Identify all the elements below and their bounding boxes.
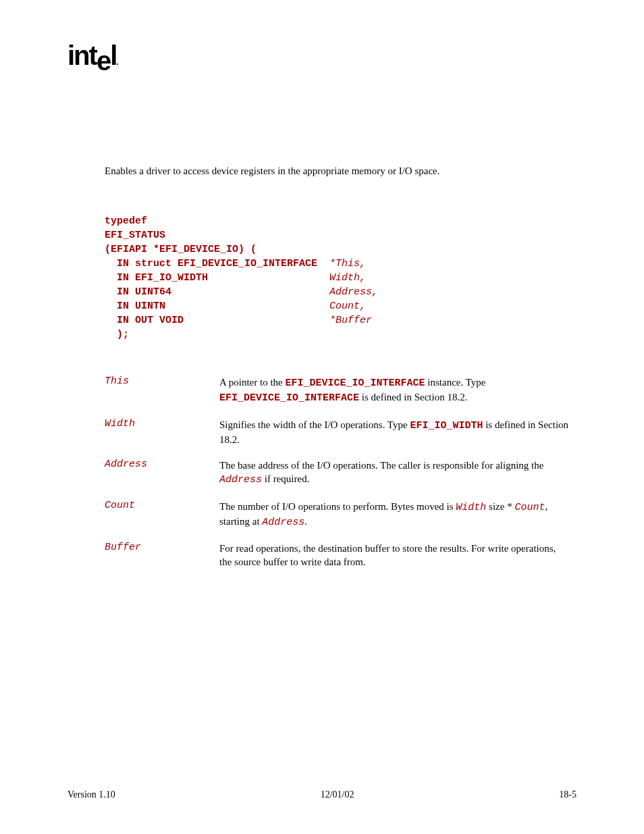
param-desc: The base address of the I/O operations. … <box>219 459 576 500</box>
desc-text: size * <box>486 501 514 512</box>
desc-text: The number of I/O operations to perform.… <box>219 501 456 512</box>
desc-code: Width <box>456 502 486 513</box>
code-type: IN UINTN <box>105 301 329 312</box>
param-name: This <box>105 375 219 418</box>
code-param: Width, <box>329 272 366 284</box>
desc-text: The base address of the I/O operations. … <box>219 460 543 471</box>
desc-text: is defined in Section 18.2. <box>359 392 467 402</box>
desc-code: Address <box>262 517 304 528</box>
desc-text: instance. Type <box>425 377 486 388</box>
code-line: (EFIAPI *EFI_DEVICE_IO) ( <box>105 244 257 255</box>
param-row-this: This A pointer to the EFI_DEVICE_IO_INTE… <box>105 375 576 418</box>
code-type: IN struct EFI_DEVICE_IO_INTERFACE <box>105 258 329 269</box>
page: intel. Enables a driver to access device… <box>0 0 644 834</box>
desc-text: Signifies the width of the I/O operation… <box>219 419 410 430</box>
parameters-table: This A pointer to the EFI_DEVICE_IO_INTE… <box>105 375 576 581</box>
param-desc: A pointer to the EFI_DEVICE_IO_INTERFACE… <box>219 375 576 418</box>
code-param: *Buffer <box>329 315 372 326</box>
param-name: Count <box>105 500 219 542</box>
code-line: typedef <box>105 215 147 227</box>
param-row-width: Width Signifies the width of the I/O ope… <box>105 418 576 459</box>
desc-text: A pointer to the <box>219 377 286 388</box>
code-line: ); <box>105 329 129 340</box>
desc-code: Count <box>514 502 545 513</box>
param-desc: Signifies the width of the I/O operation… <box>219 418 576 459</box>
desc-text: For read operations, the destination buf… <box>219 543 556 567</box>
param-row-address: Address The base address of the I/O oper… <box>105 459 576 500</box>
code-param: Address, <box>329 286 378 298</box>
desc-code: EFI_DEVICE_IO_INTERFACE <box>286 377 425 389</box>
footer-date: 12/01/02 <box>321 789 354 800</box>
prototype-code: typedef EFI_STATUS (EFIAPI *EFI_DEVICE_I… <box>105 214 576 342</box>
code-param: Count, <box>329 301 366 312</box>
desc-code: EFI_IO_WIDTH <box>410 420 483 432</box>
desc-text: if required. <box>262 473 309 484</box>
desc-code: EFI_DEVICE_IO_INTERFACE <box>219 392 359 404</box>
code-type: IN UINT64 <box>105 286 329 298</box>
footer-version: Version 1.10 <box>68 789 115 800</box>
param-name: Width <box>105 418 219 459</box>
code-line: EFI_STATUS <box>105 230 165 241</box>
param-desc: For read operations, the destination buf… <box>219 542 576 581</box>
code-type: IN EFI_IO_WIDTH <box>105 272 329 284</box>
desc-code: Address <box>219 474 262 486</box>
desc-text: . <box>304 516 307 527</box>
intel-logo: intel. <box>68 41 576 71</box>
param-row-buffer: Buffer For read operations, the destinat… <box>105 542 576 581</box>
code-type: IN OUT VOID <box>105 315 329 326</box>
content-area: Enables a driver to access device regist… <box>105 165 576 581</box>
page-footer: Version 1.10 12/01/02 18-5 <box>68 789 576 800</box>
param-name: Address <box>105 459 219 500</box>
footer-page-number: 18-5 <box>559 789 576 800</box>
code-param: *This, <box>329 258 366 269</box>
param-name: Buffer <box>105 542 219 581</box>
param-desc: The number of I/O operations to perform.… <box>219 500 576 542</box>
param-row-count: Count The number of I/O operations to pe… <box>105 500 576 542</box>
summary-text: Enables a driver to access device regist… <box>105 165 576 177</box>
